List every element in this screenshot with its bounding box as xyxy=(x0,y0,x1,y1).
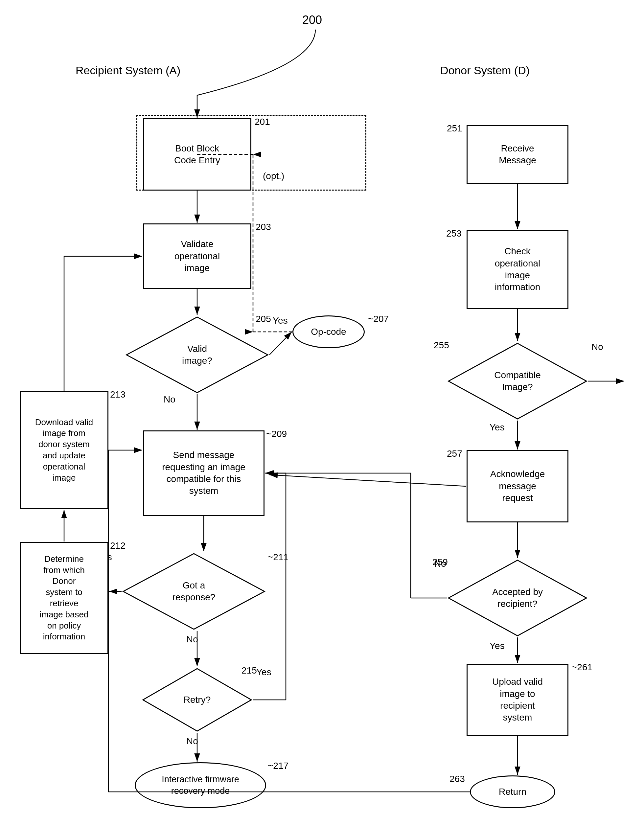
node-257: Acknowledge message request xyxy=(466,450,568,523)
no-215: No xyxy=(186,736,198,746)
node-253: Check operational image information xyxy=(466,230,568,309)
node-251: Receive Message xyxy=(466,125,568,184)
node-215: Retry? xyxy=(141,667,253,733)
ref-263: 263 xyxy=(449,774,465,784)
donor-header: Donor System (D) xyxy=(440,64,530,77)
yes-255: Yes xyxy=(490,422,505,433)
node-213: Download valid image from donor system a… xyxy=(20,391,108,509)
ref-207: ~207 xyxy=(368,314,389,324)
node-217: Interactive firmware recovery mode xyxy=(135,762,266,808)
node-255: Compatible Image? xyxy=(447,342,588,421)
yes-259: Yes xyxy=(490,641,505,651)
ref-213: 213 xyxy=(110,389,126,400)
ref-215: 215 xyxy=(242,665,257,676)
node-259: Accepted by recipient? xyxy=(447,559,588,637)
node-261: Upload valid image to recipient system xyxy=(466,664,568,736)
node-211: Got a response? xyxy=(122,552,266,631)
node-263: Return xyxy=(470,776,555,808)
svg-line-13 xyxy=(270,332,292,355)
node-207: Op-code xyxy=(292,315,365,348)
ref-251: 251 xyxy=(447,123,462,134)
ref-205: 205 xyxy=(256,314,271,324)
no-211: No xyxy=(186,634,198,644)
node-205: Valid image? xyxy=(125,315,270,394)
node-203: Validate operational image xyxy=(143,223,251,289)
no-259: No xyxy=(434,559,446,569)
svg-line-25 xyxy=(270,475,466,486)
node-209: Send message requesting an image compati… xyxy=(143,431,265,516)
no-255: No xyxy=(591,342,603,352)
title-200: 200 xyxy=(302,13,322,27)
ref-217: ~217 xyxy=(268,761,288,771)
ref-261: ~261 xyxy=(572,662,593,673)
recipient-header: Recipient System (A) xyxy=(76,64,180,77)
yes-205: Yes xyxy=(273,315,288,326)
yes-215: Yes xyxy=(256,667,271,677)
opt-dashed-box xyxy=(136,115,366,190)
opt-label: (opt.) xyxy=(263,171,284,181)
no-205: No xyxy=(164,394,175,405)
ref-209: ~209 xyxy=(266,429,287,439)
ref-212: 212 xyxy=(110,540,126,551)
ref-211: ~211 xyxy=(268,552,288,563)
ref-255: 255 xyxy=(434,340,449,351)
ref-203: 203 xyxy=(256,222,271,232)
ref-253: 253 xyxy=(446,228,462,239)
diagram: 200 Recipient System (A) Donor System (D… xyxy=(0,0,644,827)
ref-257: 257 xyxy=(447,448,462,459)
node-212: Determine from which Donor system to ret… xyxy=(20,542,108,654)
